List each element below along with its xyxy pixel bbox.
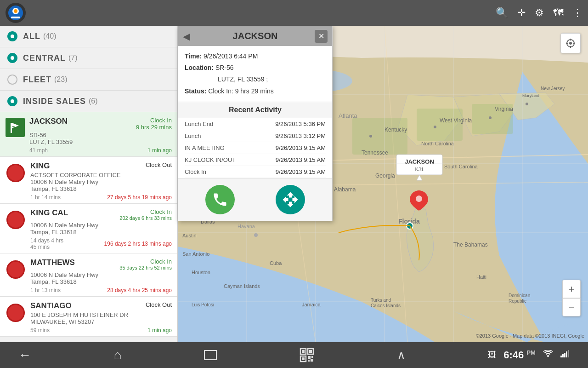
- svg-text:W: W: [12, 126, 15, 128]
- group-fleet-label: FLEET: [23, 75, 51, 85]
- item-speed-king-cal: 14 days 4 hrs45 mins: [30, 237, 63, 250]
- list-item-matthews[interactable]: MATTHEWS Clock In 35 days 22 hrs 52 mins…: [0, 253, 177, 297]
- popup-location-value: SR-56: [215, 64, 234, 71]
- popup-location-row: Location: SR-56: [185, 62, 326, 74]
- item-content-santiago: SANTIAGO Clock Out 100 E JOSEPH M HUTSTE…: [30, 301, 172, 334]
- map-locate-button[interactable]: [560, 33, 581, 53]
- circle-inner: [11, 99, 14, 103]
- bottom-nav: ← ⌂ ∧ 🖼 6:46 PM: [0, 342, 588, 368]
- svg-text:Haiti: Haiti: [476, 274, 486, 280]
- activity-row-3: KJ CLOCK IN/OUT 9/26/2013 9:15 AM: [185, 154, 326, 166]
- item-sub3-king: Tampa, FL 33618: [30, 185, 172, 192]
- move-icon[interactable]: ✛: [517, 7, 526, 19]
- popup-status-label: Status:: [185, 87, 206, 95]
- item-red-circle-king-cal: [6, 211, 25, 229]
- svg-rect-14: [417, 109, 463, 141]
- popup-close-button[interactable]: ✕: [315, 30, 328, 43]
- svg-text:New Jersey: New Jersey: [541, 86, 565, 91]
- item-name-jackson: JACKSON: [29, 117, 68, 131]
- zoom-out-button[interactable]: −: [562, 298, 581, 316]
- item-sub1-king-cal: 10006 N Dale Mabry Hwy: [30, 222, 172, 229]
- group-central[interactable]: CENTRAL (7): [0, 47, 177, 69]
- popup-status-value: Clock In: 9 hrs 29 mins: [208, 87, 273, 95]
- group-inside-sales-label: INSIDE SALES: [23, 97, 86, 106]
- svg-text:San Antonio: San Antonio: [182, 251, 209, 257]
- group-inside-sales-count: (6): [89, 97, 98, 105]
- list-item-king[interactable]: KING Clock Out ACTSOFT CORPORATE OFFICE …: [0, 157, 177, 204]
- list-item-santiago[interactable]: SANTIAGO Clock Out 100 E JOSEPH M HUTSTE…: [0, 297, 177, 337]
- map-view-icon[interactable]: 🗺: [553, 7, 563, 19]
- popup-status-row: Status: Clock In: 9 hrs 29 mins: [185, 86, 326, 97]
- up-chevron-button[interactable]: ∧: [397, 348, 406, 362]
- svg-text:Houston: Houston: [192, 270, 210, 275]
- group-fleet-icon: [7, 75, 17, 85]
- group-fleet-count: (23): [54, 75, 67, 84]
- group-all-count: (40): [43, 32, 56, 40]
- svg-text:Dominican: Dominican: [509, 293, 530, 298]
- item-content-matthews: MATTHEWS Clock In 35 days 22 hrs 52 mins…: [30, 258, 172, 293]
- map-copyright: ©2013 Google · Map data ©2013 INEGI, Goo…: [476, 333, 584, 339]
- svg-text:JACKSON: JACKSON: [405, 158, 434, 165]
- svg-point-19: [526, 103, 528, 105]
- call-button[interactable]: [205, 185, 235, 214]
- activity-time-1: 9/26/2013 3:12 PM: [275, 132, 326, 139]
- svg-rect-92: [564, 353, 565, 357]
- move-button[interactable]: [276, 185, 305, 214]
- svg-rect-4: [11, 123, 12, 133]
- svg-rect-85: [308, 356, 311, 359]
- group-fleet[interactable]: FLEET (23): [0, 69, 177, 91]
- list-item-king-cal[interactable]: KING CAL Clock In 202 days 6 hrs 33 mins…: [0, 204, 177, 253]
- activity-type-2: IN A MEETING: [185, 144, 225, 151]
- activity-type-3: KJ CLOCK IN/OUT: [185, 156, 236, 163]
- svg-text:North Carolina: North Carolina: [421, 141, 454, 146]
- item-icon-king: [6, 162, 26, 183]
- back-button[interactable]: ←: [18, 348, 31, 362]
- svg-point-17: [434, 126, 436, 128]
- home-button[interactable]: ⌂: [114, 348, 122, 362]
- item-content-king: KING Clock Out ACTSOFT CORPORATE OFFICE …: [30, 161, 172, 201]
- popup-time-value: 9/26/2013 6:44 PM: [204, 52, 258, 60]
- recent-apps-button[interactable]: [204, 350, 217, 360]
- item-ago-king-cal: 196 days 2 hrs 13 mins ago: [104, 241, 172, 247]
- svg-text:Caicos Islands: Caicos Islands: [371, 303, 401, 308]
- popup-header: ◀ JACKSON ✕: [178, 26, 332, 46]
- item-red-circle-king: [6, 164, 25, 182]
- svg-text:The Bahamas: The Bahamas: [453, 242, 488, 248]
- svg-text:KJ1: KJ1: [415, 167, 424, 172]
- svg-point-74: [569, 42, 572, 45]
- popup-body: Time: 9/26/2013 6:44 PM Location: SR-56 …: [178, 46, 332, 102]
- item-status-king-cal: Clock In: [119, 208, 172, 215]
- item-sub1-santiago: 100 E JOSEPH M HUTSTEINER DR: [30, 311, 172, 318]
- group-inside-sales[interactable]: INSIDE SALES (6): [0, 91, 177, 112]
- group-central-label: CENTRAL: [23, 53, 66, 63]
- item-ago-santiago: 1 min ago: [147, 327, 172, 334]
- svg-point-89: [547, 355, 549, 357]
- svg-rect-80: [302, 350, 305, 353]
- item-ago-jackson: 1 min ago: [147, 147, 172, 154]
- activity-time-4: 9/26/2013 9:15 AM: [276, 168, 326, 175]
- group-all[interactable]: ALL (40): [0, 26, 177, 47]
- svg-rect-82: [309, 350, 312, 353]
- activity-time-0: 9/26/2013 5:36 PM: [275, 121, 326, 127]
- sidebar: ALL (40) CENTRAL (7) FLEET (23) INSIDE S…: [0, 26, 178, 342]
- item-sub2-matthews: Tampa, FL 33618: [30, 278, 172, 285]
- list-item-jackson[interactable]: W JACKSON Clock In 9 hrs 29 mins SR-56 L…: [0, 112, 177, 157]
- item-red-circle-matthews: [6, 260, 25, 279]
- zoom-in-button[interactable]: +: [562, 280, 581, 298]
- item-sub1-jackson: SR-56: [29, 132, 172, 138]
- more-icon[interactable]: ⋮: [572, 7, 582, 19]
- popup-recent-activity-title: Recent Activity: [178, 102, 332, 118]
- item-icon-santiago: [6, 302, 26, 322]
- svg-rect-94: [568, 350, 569, 357]
- item-name-king: KING: [30, 161, 50, 171]
- svg-text:Atlanta: Atlanta: [339, 112, 357, 119]
- image-icon: 🖼: [488, 350, 496, 360]
- item-content-jackson: JACKSON Clock In 9 hrs 29 mins SR-56 LUT…: [29, 117, 172, 154]
- settings-icon[interactable]: ⚙: [535, 7, 544, 19]
- svg-rect-88: [311, 359, 313, 362]
- item-speed-santiago: 59 mins: [30, 327, 50, 334]
- item-status-santiago: Clock Out: [146, 301, 172, 310]
- qr-scan-button[interactable]: [300, 348, 314, 362]
- search-icon[interactable]: 🔍: [496, 7, 508, 19]
- time-display: 6:46 PM: [503, 349, 536, 361]
